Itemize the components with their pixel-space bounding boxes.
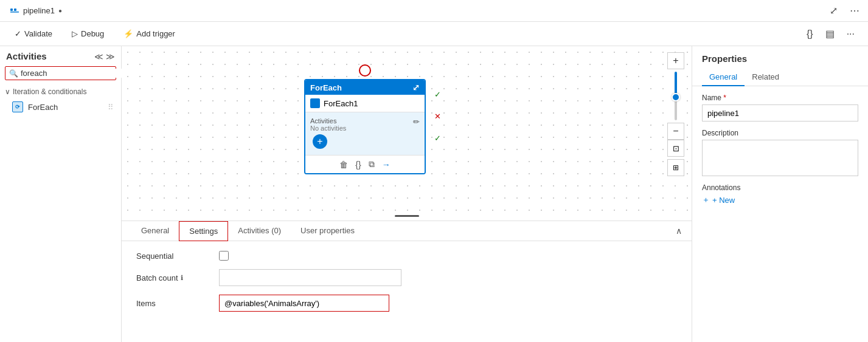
copy-node-btn[interactable]: ⧉	[369, 159, 375, 169]
node-header: ForEach ⤢	[305, 80, 425, 95]
foreach-label: ForEach	[28, 103, 58, 112]
properties-panel: Properties General Related Name * Descri…	[692, 46, 868, 342]
expand-btn[interactable]: ≫	[106, 52, 115, 61]
sidebar-title: Activities	[6, 51, 47, 61]
description-row: Description	[702, 129, 858, 176]
node-title: ForEach	[310, 83, 342, 92]
annotations-label: Annotations	[702, 183, 858, 192]
name-row: Name *	[702, 94, 858, 121]
validate-label: Validate	[24, 29, 52, 38]
foreach-icon-inner: ⟳	[15, 104, 20, 110]
debug-btn[interactable]: ▷ Debug	[67, 27, 109, 41]
search-icon: 🔍	[9, 69, 18, 78]
info-icon: ℹ	[181, 274, 183, 282]
props-content: Name * Description Annotations ＋ + New	[692, 86, 868, 342]
name-label-text: Name	[702, 94, 721, 102]
description-input[interactable]	[702, 140, 858, 176]
unsaved-dot: ●	[58, 7, 62, 14]
tab-user-properties-label: User properties	[300, 226, 355, 235]
sequential-label: Sequential	[136, 251, 209, 261]
annotations-row: Annotations ＋ + New	[702, 183, 858, 205]
props-tabs: General Related	[692, 69, 868, 86]
canvas-container: ForEach ⤢ ForEach1 Activities No activit…	[122, 46, 692, 342]
items-label: Items	[136, 299, 209, 308]
add-activity-btn[interactable]: +	[313, 134, 327, 149]
zoom-slider[interactable]	[675, 72, 677, 120]
node-subheader: ForEach1	[305, 95, 425, 112]
toolbar-right: {} ▤ ···	[803, 27, 858, 41]
batch-count-text: Batch count	[136, 273, 178, 282]
more-options-btn[interactable]: ⋯	[846, 4, 863, 18]
name-input[interactable]	[702, 104, 858, 121]
add-trigger-label: Add trigger	[136, 29, 175, 38]
tab-activities[interactable]: Activities (0)	[228, 221, 291, 241]
grid-btn[interactable]: ⊞	[667, 159, 684, 176]
zoom-out-btn[interactable]: −	[667, 123, 684, 140]
items-input[interactable]	[219, 295, 389, 312]
zoom-in-btn[interactable]: +	[667, 52, 684, 69]
code-node-btn[interactable]: {}	[355, 160, 361, 169]
props-tab-related[interactable]: Related	[745, 69, 786, 86]
category-label: Iteration & conditionals	[13, 87, 86, 96]
add-annotation-btn[interactable]: ＋ + New	[702, 194, 858, 205]
tab-activities-label: Activities (0)	[238, 226, 281, 235]
sequential-checkbox[interactable]	[219, 251, 229, 261]
maximize-btn[interactable]: ⤢	[826, 4, 841, 18]
tab-general-label: General	[141, 226, 169, 235]
more-toolbar-btn[interactable]: ···	[843, 27, 858, 41]
node-box[interactable]: ForEach ⤢ ForEach1 Activities No activit…	[304, 79, 426, 174]
canvas[interactable]: ForEach ⤢ ForEach1 Activities No activit…	[122, 46, 692, 221]
new-label: + New	[712, 196, 735, 205]
tab-general[interactable]: General	[131, 221, 179, 241]
tab-settings[interactable]: Settings	[179, 221, 228, 241]
search-input[interactable]	[21, 69, 123, 78]
search-box: 🔍	[5, 66, 116, 80]
trigger-icon: ⚡	[123, 29, 133, 38]
node-body-sublabel: No activities	[310, 125, 420, 132]
grid-icon: ⊞	[673, 163, 679, 172]
bottom-panel: General Settings Activities (0) User pro…	[122, 221, 692, 342]
edit-icon[interactable]: ✏	[413, 117, 420, 126]
node-toolbar: 🗑 {} ⧉ →	[305, 155, 425, 173]
props-tab-general[interactable]: General	[702, 69, 745, 86]
bottom-content: Sequential Batch count ℹ Items	[122, 241, 692, 342]
main-layout: Activities ≪ ≫ 🔍 ∨ Iteration & condition…	[0, 46, 868, 342]
props-tab-related-label: Related	[752, 72, 779, 81]
svg-rect-0	[10, 9, 13, 11]
node-start-circle	[359, 64, 371, 77]
expand-node-icon[interactable]: ⤢	[412, 83, 420, 92]
panel-collapse-btn[interactable]: ∧	[676, 226, 682, 236]
connect-node-btn[interactable]: →	[382, 160, 391, 169]
delete-node-btn[interactable]: 🗑	[339, 160, 348, 169]
props-header: Properties	[692, 46, 868, 64]
collapse-btn[interactable]: ≪	[94, 52, 103, 61]
zoom-fit-btn[interactable]: ⊡	[667, 140, 684, 157]
fail-indicator: ✕	[432, 111, 443, 121]
validate-btn[interactable]: ✓ Validate	[10, 27, 57, 41]
drag-handle: ⠿	[108, 103, 114, 112]
side-indicators: ✓ ✕ ✓	[432, 89, 443, 143]
zoom-slider-container	[675, 72, 677, 120]
monitor-btn[interactable]: ▤	[822, 27, 838, 41]
debug-label: Debug	[81, 29, 104, 38]
batch-count-label: Batch count ℹ	[136, 273, 209, 282]
foreach-activity-item[interactable]: ⟳ ForEach ⠿	[0, 98, 121, 115]
required-mark: *	[723, 94, 726, 102]
code-btn[interactable]: {}	[803, 27, 817, 41]
foreach-icon: ⟳	[12, 101, 23, 112]
fit-icon: ⊡	[673, 144, 679, 153]
sidebar: Activities ≪ ≫ 🔍 ∨ Iteration & condition…	[0, 46, 122, 342]
category-header[interactable]: ∨ Iteration & conditionals	[0, 85, 121, 98]
add-trigger-btn[interactable]: ⚡ Add trigger	[119, 27, 180, 41]
tab-user-properties[interactable]: User properties	[291, 221, 364, 241]
pipeline-icon	[10, 6, 19, 16]
pipeline-title-area: pipeline1 ●	[5, 6, 67, 16]
chevron-down-icon: ∨	[5, 87, 10, 96]
success-indicator: ✓	[432, 89, 443, 100]
batch-count-input[interactable]	[219, 269, 401, 286]
batch-count-row: Batch count ℹ	[136, 269, 677, 286]
description-label: Description	[702, 129, 858, 137]
top-bar: pipeline1 ● ⤢ ⋯	[0, 0, 868, 22]
toolbar: ✓ Validate ▷ Debug ⚡ Add trigger {} ▤ ··…	[0, 22, 868, 46]
complete-indicator: ✓	[432, 132, 443, 143]
